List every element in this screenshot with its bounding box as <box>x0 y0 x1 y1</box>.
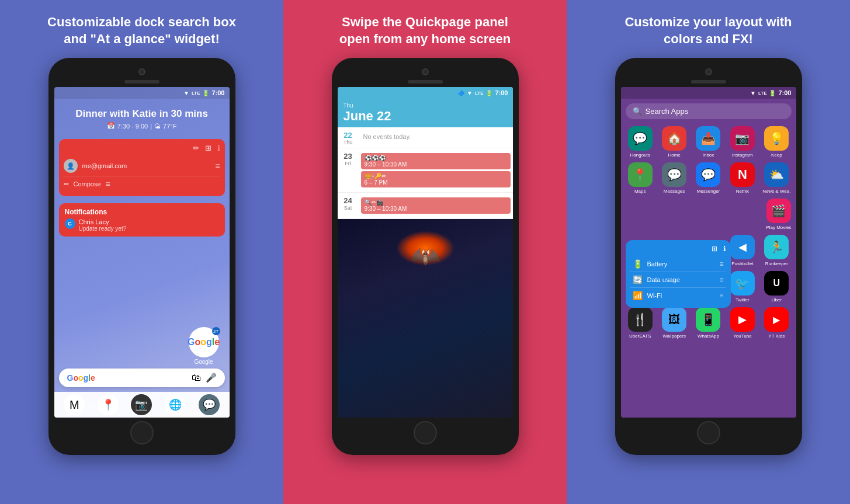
phone-frame-1: ▼ LTE 🔋 7:00 Dinner with Katie in 30 min… <box>48 58 235 455</box>
pushbullet-icon: ◀ <box>730 235 755 259</box>
cal-day-num-24: 24 Sat <box>338 195 359 216</box>
cal-day-22: 22 Thu No events today. <box>338 127 513 148</box>
qs-data-icon: 🔄 <box>633 275 643 284</box>
dock-app-chrome[interactable]: 🌐 <box>165 394 186 415</box>
app-pushbullet[interactable]: ◀ Pushbullet <box>728 235 757 266</box>
app-wallpapers[interactable]: 🖼 Wallpapers <box>660 307 689 339</box>
dock-search-bar[interactable]: Google 🛍 🎤 <box>59 369 225 387</box>
quick-settings-panel: ⊞ ℹ 🔋 Battery ≡ 🔄 Data usage ≡ <box>626 240 731 308</box>
compose-label: Compose <box>74 180 101 187</box>
cal-day-24: 24 Sat 🔍✏🎬 9:30 – 10:30 AM <box>338 193 513 219</box>
qs-data-row[interactable]: 🔄 Data usage ≡ <box>630 272 726 288</box>
app-news[interactable]: ⛅ News & Wea. <box>762 162 791 194</box>
wallpapers-icon: 🖼 <box>662 307 686 332</box>
dock-bar: M 📍 📷 🌐 💬 <box>54 392 230 418</box>
mic-icon[interactable]: 🎤 <box>206 373 217 383</box>
app-netflix[interactable]: N Netflix <box>728 162 757 194</box>
notifications-widget[interactable]: Notifications C Chris Lacy Update ready … <box>59 203 225 237</box>
qs-info-icon[interactable]: ℹ <box>723 245 726 253</box>
qs-wifi-menu[interactable]: ≡ <box>719 291 723 300</box>
app-uber[interactable]: U Uber <box>762 271 791 303</box>
twitter-icon: 🐦 <box>730 271 755 296</box>
news-icon: ⛅ <box>764 162 789 187</box>
hangouts-icon: 💬 <box>628 126 653 151</box>
phone-screen-3: ▼ LTE 🔋 7:00 🔍 Search Apps 💬 Hangouts <box>621 87 796 418</box>
phone-home-button-1[interactable] <box>130 421 154 444</box>
phone-home-button-3[interactable] <box>697 421 720 444</box>
dock-app-messages[interactable]: 💬 <box>199 394 220 415</box>
keep-icon: 💡 <box>764 126 789 151</box>
news-label: News & Wea. <box>762 189 790 194</box>
app-whatsapp[interactable]: 📱 WhatsApp <box>693 307 723 339</box>
google-app-shortcut[interactable]: Google 27 Google <box>188 327 220 365</box>
instagram-label: Instagram <box>732 152 753 158</box>
youtube-icon: ▶ <box>730 307 755 332</box>
app-ubereats[interactable]: 🍴 UberEATS <box>626 307 655 339</box>
app-ytkids[interactable]: ▶ YT Kids <box>762 307 791 339</box>
gmail-widget-header: ✏ ⊞ ℹ <box>64 144 220 152</box>
qs-data-label: Data usage <box>647 276 715 283</box>
battery-icon-1: 🔋 <box>202 90 209 96</box>
gmail-menu-icon[interactable]: ≡ <box>215 161 220 171</box>
compose-menu-icon[interactable]: ≡ <box>106 179 110 189</box>
app-playmovies[interactable]: 🎬 Play Movies <box>766 199 791 230</box>
app-keep[interactable]: 💡 Keep <box>762 126 791 158</box>
qs-wifi-icon: 📶 <box>633 291 643 300</box>
cal-events-22: No events today. <box>359 130 513 145</box>
edit-icon[interactable]: ✏ <box>193 144 199 152</box>
google-shopping-icon[interactable]: 🛍 <box>192 373 201 383</box>
qs-grid-icon[interactable]: ⊞ <box>712 245 717 253</box>
qs-data-menu[interactable]: ≡ <box>719 276 723 284</box>
app-messenger[interactable]: 💬 Messenger <box>693 162 723 194</box>
notif-row: C Chris Lacy Update ready yet? <box>65 218 219 232</box>
app-messages[interactable]: 💬 Messages <box>660 162 689 194</box>
batman-icon: 🦇 <box>411 242 440 270</box>
qs-battery-menu[interactable]: ≡ <box>719 260 723 268</box>
gmail-widget[interactable]: ✏ ⊞ ℹ 👤 me@gmail.com ≡ ✏ Compose ≡ <box>59 139 225 196</box>
phone-screen-2: 🔷 ▼ LTE 🔋 7:00 Thu June 22 22 Thu <box>338 87 513 418</box>
gmail-account-row[interactable]: 👤 me@gmail.com ≡ <box>64 156 220 176</box>
status-bar-3: ▼ LTE 🔋 7:00 <box>621 87 796 99</box>
search-icon-3: 🔍 <box>633 107 642 116</box>
cal-day-23: 23 Fri ⚽⚽⚽ 9:30 – 10:30 AM 🍔+🔑✏ 6 – 7 PM <box>338 148 513 193</box>
inbox-icon: 📥 <box>696 126 720 151</box>
app-inbox[interactable]: 📥 Inbox <box>693 126 723 158</box>
phone-speaker-1 <box>124 80 159 84</box>
panel-1: Customizable dock search boxand "At a gl… <box>0 0 283 504</box>
app-grid-container: 💬 Hangouts 🏠 Home 📥 Inbox 📷 Instagram <box>621 124 796 341</box>
app-youtube[interactable]: ▶ YouTube <box>728 307 757 339</box>
at-glance-time: 📅 7:30 - 9:00 | 🌤 77°F <box>61 122 223 130</box>
instagram-icon: 📷 <box>730 126 755 151</box>
app-maps[interactable]: 📍 Maps <box>626 162 655 194</box>
info-icon[interactable]: ℹ <box>217 144 220 152</box>
dock-app-gmail[interactable]: M <box>64 394 85 415</box>
grid-icon[interactable]: ⊞ <box>205 144 211 152</box>
cal-date-big: June 22 <box>344 109 507 124</box>
app-search-bar[interactable]: 🔍 Search Apps <box>626 103 792 119</box>
app-home[interactable]: 🏠 Home <box>660 126 689 158</box>
app-instagram[interactable]: 📷 Instagram <box>728 126 757 158</box>
wallpapers-label: Wallpapers <box>662 333 686 339</box>
dock-app-camera[interactable]: 📷 <box>131 394 152 415</box>
time-2: 7:00 <box>495 89 508 96</box>
app-runkeeper[interactable]: 🏃 Runkeeper <box>762 235 791 266</box>
panel-1-title: Customizable dock search boxand "At a gl… <box>47 14 236 47</box>
qs-wifi-row[interactable]: 📶 Wi-Fi ≡ <box>630 288 726 303</box>
panel-2: Swipe the Quickpage panelopen from any h… <box>283 0 567 504</box>
app-twitter[interactable]: 🐦 Twitter <box>728 271 757 303</box>
messenger-icon: 💬 <box>696 162 720 187</box>
app-hangouts[interactable]: 💬 Hangouts <box>626 126 655 158</box>
qs-battery-icon: 🔋 <box>633 259 643 269</box>
phone-home-button-2[interactable] <box>414 421 437 444</box>
dock-app-maps[interactable]: 📍 <box>98 394 119 415</box>
compose-icon: ✏ <box>64 180 69 188</box>
gmail-compose-row[interactable]: ✏ Compose ≡ <box>64 176 220 192</box>
bluetooth-icon: 🔷 <box>457 90 464 96</box>
google-app-label: Google <box>188 359 220 365</box>
notif-name: Chris Lacy <box>79 218 127 225</box>
phone-speaker-2 <box>408 80 443 84</box>
cal-day-small: Thu <box>344 102 507 109</box>
movie-section: 🦇 THE DARK KNIGHT Like A Dog Chasing Car… <box>338 219 513 418</box>
qs-battery-row[interactable]: 🔋 Battery ≡ <box>630 256 726 272</box>
app-grid: 💬 Hangouts 🏠 Home 📥 Inbox 📷 Instagram <box>621 124 796 196</box>
